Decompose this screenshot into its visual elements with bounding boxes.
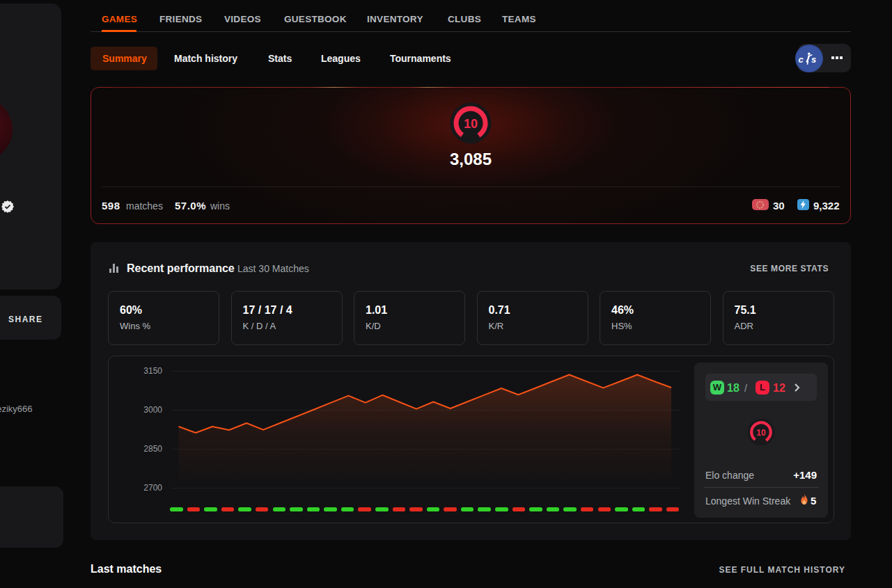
svg-text:10: 10 bbox=[464, 117, 478, 131]
svg-text:s: s bbox=[811, 54, 816, 65]
svg-text:10: 10 bbox=[756, 428, 766, 438]
svg-text:c: c bbox=[799, 54, 804, 65]
